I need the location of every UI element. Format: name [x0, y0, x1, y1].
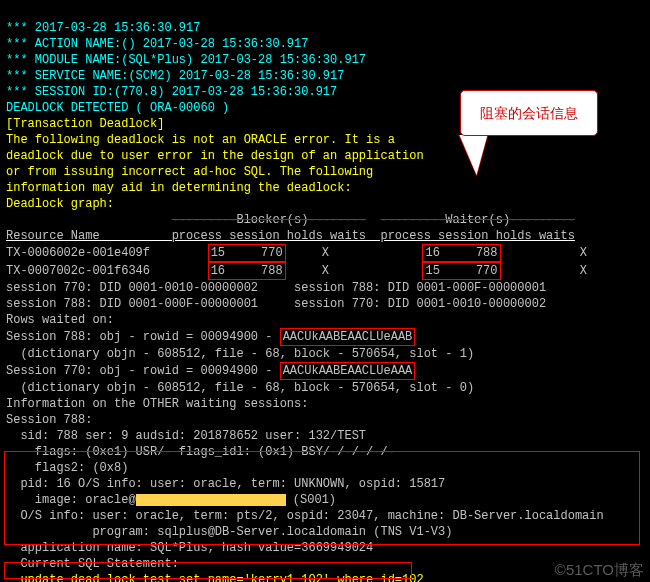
did-1: session 770: DID 0001-0010-00000002 sess…: [6, 281, 546, 295]
callout-text: 阻塞的会话信息: [480, 105, 578, 121]
tx-row-2: TX-0007002c-001f6346 16 788 X 15 770 X: [6, 264, 587, 278]
did-2: session 788: DID 0001-000F-00000001 sess…: [6, 297, 546, 311]
info-hdr: Information on the OTHER waiting session…: [6, 397, 308, 411]
sess770-dict: (dictionary objn - 608512, file - 68, bl…: [6, 381, 474, 395]
col-hdr: Resource Name process session holds wait…: [6, 229, 575, 243]
highlight-box-sql2: [4, 562, 412, 579]
service-line: *** SERVICE NAME:(SCM2) 2017-03-28 15:36…: [6, 69, 344, 83]
sid-line: sid: 788 ser: 9 audsid: 201878652 user: …: [6, 429, 366, 443]
txn-deadlock: [Transaction Deadlock]: [6, 117, 164, 131]
action-line: *** ACTION NAME:() 2017-03-28 15:36:30.9…: [6, 37, 308, 51]
sess788-row: Session 788: obj - rowid = 00094900 - AA…: [6, 330, 415, 344]
session-id-line: *** SESSION ID:(770.8) 2017-03-28 15:36:…: [6, 85, 337, 99]
tx-row-1: TX-0006002e-001e409f 15 770 X 16 788 X: [6, 246, 587, 260]
callout-bubble: 阻塞的会话信息: [460, 90, 598, 136]
rows-hdr: Rows waited on:: [6, 313, 114, 327]
msg1: The following deadlock is not an ORACLE …: [6, 133, 395, 147]
sess770-row: Session 770: obj - rowid = 00094900 - AA…: [6, 364, 415, 378]
msg2: deadlock due to user error in the design…: [6, 149, 424, 163]
sess788-hdr: Session 788:: [6, 413, 92, 427]
msg4: information may aid in determining the d…: [6, 181, 352, 195]
deadlock-detected: DEADLOCK DETECTED ( ORA-00060 ): [6, 101, 229, 115]
msg3: or from issuing incorrect ad-hoc SQL. Th…: [6, 165, 373, 179]
highlight-box-osinfo: [4, 451, 640, 545]
module-line: *** MODULE NAME:(SQL*Plus) 2017-03-28 15…: [6, 53, 366, 67]
sess788-dict: (dictionary objn - 608512, file - 68, bl…: [6, 347, 474, 361]
ts-line: *** 2017-03-28 15:36:30.917: [6, 21, 200, 35]
watermark: ©51CTO博客: [555, 562, 644, 578]
sep-row: ---------Blocker(s)-------- ---------Wai…: [6, 213, 575, 227]
graph-hdr: Deadlock graph:: [6, 197, 114, 211]
